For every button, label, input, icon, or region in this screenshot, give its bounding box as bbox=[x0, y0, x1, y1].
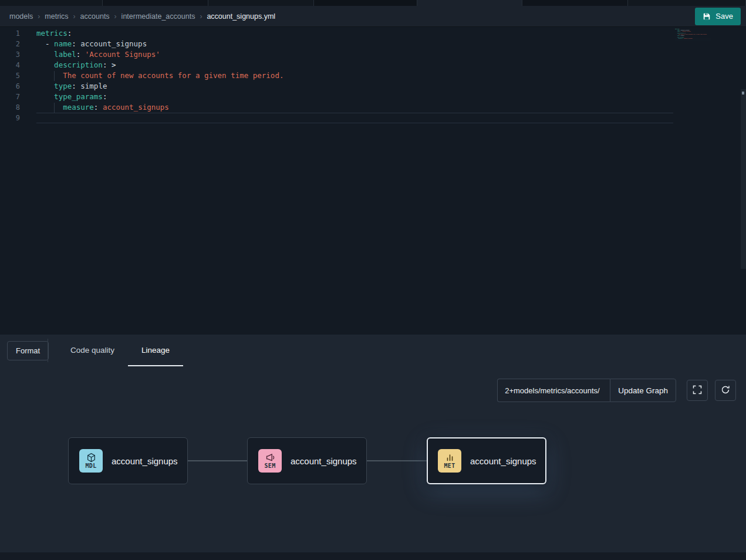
megaphone-icon: SEM bbox=[258, 449, 282, 473]
expand-icon bbox=[693, 385, 702, 396]
editor-tab-segment-2[interactable] bbox=[103, 0, 208, 6]
editor-scrollbar[interactable] bbox=[741, 89, 746, 269]
lineage-node-mdl[interactable]: MDLaccount_signups bbox=[68, 437, 188, 484]
breadcrumb-separator: › bbox=[114, 12, 117, 21]
node-type-badge: SEM bbox=[265, 463, 276, 469]
bottom-panel: Format Code qualityLineage MDLaccount_si… bbox=[0, 335, 746, 560]
update-graph-button[interactable]: Update Graph bbox=[610, 379, 676, 402]
lineage-node-label: account_signups bbox=[470, 456, 536, 466]
refresh-icon bbox=[721, 385, 730, 396]
line-number: 7 bbox=[0, 92, 20, 102]
editor-tab-segment-1[interactable] bbox=[0, 0, 103, 6]
line-number: 6 bbox=[0, 81, 20, 92]
code-text: label: 'Account Signups' bbox=[36, 49, 673, 60]
editor-overview-ruler bbox=[740, 27, 746, 335]
line-number: 1 bbox=[0, 28, 20, 39]
lineage-node-label: account_signups bbox=[112, 456, 178, 466]
editor-tab-segment-5[interactable] bbox=[417, 0, 522, 6]
code-line-1: 1metrics: bbox=[0, 28, 673, 39]
code-line-3: 3 label: 'Account Signups' bbox=[0, 49, 673, 60]
cube-icon: MDL bbox=[79, 449, 103, 473]
save-icon bbox=[703, 12, 711, 21]
line-number: 5 bbox=[0, 70, 20, 81]
code-text: type_params: bbox=[36, 92, 673, 102]
code-text: The count of new accounts for a given ti… bbox=[36, 70, 673, 81]
code-text bbox=[36, 113, 673, 123]
breadcrumb-item-metrics[interactable]: metrics bbox=[45, 12, 68, 21]
editor-tab-segment-4[interactable] bbox=[314, 0, 417, 6]
line-number: 8 bbox=[0, 102, 20, 113]
refresh-button[interactable] bbox=[715, 380, 736, 401]
minimap[interactable]: 1metrics:2 - name: account_signups3 labe… bbox=[675, 28, 711, 104]
breadcrumb-item-models[interactable]: models bbox=[9, 12, 33, 21]
breadcrumb-item-intermediate-accounts[interactable]: intermediate_accounts bbox=[121, 12, 195, 21]
node-type-badge: MDL bbox=[86, 463, 97, 469]
line-number: 4 bbox=[0, 60, 20, 70]
breadcrumb-item-accounts[interactable]: accounts bbox=[80, 12, 110, 21]
lineage-node-met[interactable]: METaccount_signups bbox=[427, 437, 546, 484]
lineage-controls: Update Graph bbox=[497, 379, 736, 402]
code-editor[interactable]: 1metrics:2 - name: account_signups3 labe… bbox=[0, 27, 746, 335]
lineage-node-sem[interactable]: SEMaccount_signups bbox=[247, 437, 367, 484]
editor-tab-segment-7[interactable] bbox=[628, 0, 746, 6]
code-text: metrics: bbox=[36, 28, 673, 39]
code-text bbox=[675, 39, 711, 41]
file-header: models›metrics›accounts›intermediate_acc… bbox=[0, 6, 746, 27]
code-text: measure: account_signups bbox=[36, 102, 673, 113]
node-type-badge: MET bbox=[444, 463, 455, 469]
breadcrumb-separator: › bbox=[200, 12, 202, 21]
line-number: 9 bbox=[0, 113, 20, 123]
code-line-9: 9 bbox=[675, 39, 711, 41]
code-text: type: simple bbox=[36, 81, 673, 92]
editor-tab-segment-6[interactable] bbox=[522, 0, 628, 6]
app-window: models›metrics›accounts›intermediate_acc… bbox=[0, 0, 746, 560]
code-line-5: 5 The count of new accounts for a given … bbox=[0, 70, 673, 81]
line-number: 3 bbox=[0, 49, 20, 60]
line-number: 2 bbox=[0, 39, 20, 49]
fullscreen-button[interactable] bbox=[687, 380, 708, 401]
bar-chart-icon: MET bbox=[438, 449, 461, 473]
code-line-9: 9 bbox=[0, 113, 673, 123]
lineage-selector-input[interactable] bbox=[497, 379, 610, 402]
editor-tab-segment-3[interactable] bbox=[208, 0, 314, 6]
breadcrumb-separator: › bbox=[73, 12, 76, 21]
code-line-8: 8 measure: account_signups bbox=[0, 102, 673, 113]
lineage-edge bbox=[188, 460, 247, 461]
breadcrumb-item-account-signups-yml[interactable]: account_signups.yml bbox=[207, 12, 275, 21]
lineage-node-label: account_signups bbox=[291, 456, 357, 466]
lineage-edge bbox=[367, 460, 427, 461]
code-line-7: 7 type_params: bbox=[0, 92, 673, 102]
code-text: - name: account_signups bbox=[36, 39, 673, 49]
bottom-strip bbox=[0, 552, 746, 560]
breadcrumb: models›metrics›accounts›intermediate_acc… bbox=[9, 12, 275, 21]
lineage-graph: MDLaccount_signupsSEMaccount_signupsMETa… bbox=[0, 335, 746, 560]
code-line-6: 6 type: simple bbox=[0, 81, 673, 92]
code-text: description: > bbox=[36, 60, 673, 70]
code-line-2: 2 - name: account_signups bbox=[0, 39, 673, 49]
editor-tab-bar bbox=[0, 0, 746, 6]
code-line-4: 4 description: > bbox=[0, 60, 673, 70]
code-lines: 1metrics:2 - name: account_signups3 labe… bbox=[0, 28, 673, 123]
breadcrumb-separator: › bbox=[38, 12, 40, 21]
save-label: Save bbox=[715, 12, 733, 21]
save-button[interactable]: Save bbox=[695, 8, 741, 25]
